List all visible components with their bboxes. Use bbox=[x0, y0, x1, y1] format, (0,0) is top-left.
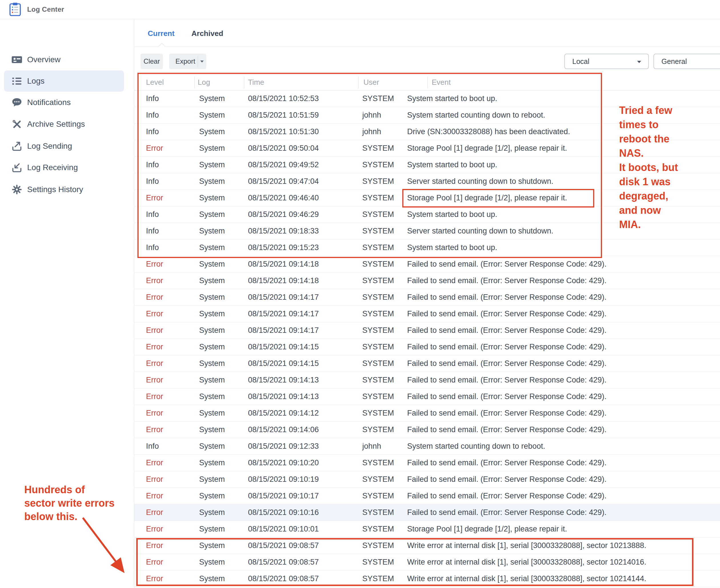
table-row[interactable]: ErrorSystem08/15/2021 09:08:57SYSTEMWrit… bbox=[134, 538, 720, 554]
cell-user: johnh bbox=[362, 124, 381, 140]
cell-time: 08/15/2021 09:14:17 bbox=[248, 289, 319, 306]
cell-level: Info bbox=[146, 90, 159, 107]
column-header-log[interactable]: Log bbox=[198, 74, 210, 90]
cell-level: Error bbox=[146, 322, 163, 338]
cell-event: Write error at internal disk [1], serial… bbox=[407, 538, 646, 554]
cell-level: Error bbox=[146, 571, 163, 587]
table-row[interactable]: ErrorSystem08/15/2021 09:14:06SYSTEMFail… bbox=[134, 422, 720, 438]
cell-event: Failed to send email. (Error: Server Res… bbox=[407, 488, 606, 504]
tab-current[interactable]: Current bbox=[148, 19, 175, 46]
cell-log: System bbox=[199, 455, 225, 471]
cell-event: Failed to send email. (Error: Server Res… bbox=[407, 455, 606, 471]
cell-level: Info bbox=[146, 124, 159, 140]
table-row[interactable]: InfoSystem08/15/2021 10:52:53SYSTEMSyste… bbox=[134, 90, 720, 107]
cell-event: System started to boot up. bbox=[407, 90, 497, 107]
table-row[interactable]: ErrorSystem08/15/2021 09:14:17SYSTEMFail… bbox=[134, 322, 720, 339]
cell-event: Drive (SN:30003328088) has been deactiva… bbox=[407, 124, 570, 140]
table-row[interactable]: ErrorSystem08/15/2021 09:14:17SYSTEMFail… bbox=[134, 289, 720, 306]
cell-log: System bbox=[199, 107, 225, 123]
table-row[interactable]: ErrorSystem08/15/2021 09:14:13SYSTEMFail… bbox=[134, 388, 720, 405]
chevron-down-icon bbox=[637, 61, 641, 63]
sidebar-item-label: Overview bbox=[27, 49, 61, 70]
table-row[interactable]: ErrorSystem08/15/2021 09:14:15SYSTEMFail… bbox=[134, 339, 720, 355]
log-receiving-icon bbox=[12, 163, 22, 173]
sidebar-item-overview[interactable]: Overview bbox=[4, 49, 124, 70]
sidebar-item-log-sending[interactable]: Log Sending bbox=[4, 135, 124, 157]
column-header-time[interactable]: Time bbox=[248, 74, 264, 90]
table-row[interactable]: ErrorSystem08/15/2021 09:10:20SYSTEMFail… bbox=[134, 455, 720, 471]
table-row[interactable]: InfoSystem08/15/2021 10:51:30johnhDrive … bbox=[134, 124, 720, 140]
sidebar-item-archive-settings[interactable]: Archive Settings bbox=[4, 113, 124, 135]
column-divider[interactable] bbox=[244, 77, 244, 88]
table-row[interactable]: InfoSystem08/15/2021 09:46:29SYSTEMSyste… bbox=[134, 206, 720, 223]
sidebar-item-label: Notifications bbox=[27, 92, 71, 113]
table-row[interactable]: ErrorSystem08/15/2021 09:08:57SYSTEMWrit… bbox=[134, 571, 720, 587]
table-row[interactable]: ErrorSystem08/15/2021 09:10:16SYSTEMFail… bbox=[134, 504, 720, 521]
cell-time: 08/15/2021 09:50:04 bbox=[248, 140, 319, 156]
column-divider[interactable] bbox=[427, 77, 428, 88]
column-divider[interactable] bbox=[358, 77, 359, 88]
cell-level: Error bbox=[146, 504, 163, 521]
cell-user: SYSTEM bbox=[362, 571, 394, 587]
cell-user: SYSTEM bbox=[362, 190, 394, 206]
table-row[interactable]: ErrorSystem08/15/2021 09:10:17SYSTEMFail… bbox=[134, 488, 720, 504]
cell-user: SYSTEM bbox=[362, 488, 394, 504]
table-row[interactable]: InfoSystem08/15/2021 09:18:33SYSTEMServe… bbox=[134, 223, 720, 239]
column-header-level[interactable]: Level bbox=[146, 74, 164, 90]
cell-time: 08/15/2021 09:14:17 bbox=[248, 306, 319, 322]
cell-log: System bbox=[199, 306, 225, 322]
cell-time: 08/15/2021 09:10:01 bbox=[248, 521, 319, 537]
table-row[interactable]: ErrorSystem08/15/2021 09:10:19SYSTEMFail… bbox=[134, 471, 720, 488]
cell-event: Server started counting down to shutdown… bbox=[407, 223, 554, 239]
cell-level: Error bbox=[146, 422, 163, 438]
cell-user: SYSTEM bbox=[362, 223, 394, 239]
sidebar-item-notifications[interactable]: Notifications bbox=[4, 92, 124, 113]
table-row[interactable]: ErrorSystem08/15/2021 09:14:12SYSTEMFail… bbox=[134, 405, 720, 422]
cell-log: System bbox=[199, 504, 225, 521]
sidebar-item-settings-history[interactable]: Settings History bbox=[4, 179, 124, 200]
table-row[interactable]: ErrorSystem08/15/2021 09:14:18SYSTEMFail… bbox=[134, 273, 720, 289]
cell-level: Error bbox=[146, 339, 163, 355]
cell-level: Error bbox=[146, 289, 163, 306]
table-row[interactable]: ErrorSystem08/15/2021 09:14:15SYSTEMFail… bbox=[134, 355, 720, 372]
cell-time: 08/15/2021 09:49:52 bbox=[248, 157, 319, 173]
table-row[interactable]: ErrorSystem08/15/2021 09:46:40SYSTEMStor… bbox=[134, 190, 720, 206]
column-header-user[interactable]: User bbox=[363, 74, 379, 90]
table-row[interactable]: InfoSystem08/15/2021 09:12:33johnhSystem… bbox=[134, 438, 720, 455]
cell-user: SYSTEM bbox=[362, 538, 394, 554]
export-dropdown-caret-icon[interactable] bbox=[200, 61, 204, 63]
log-source-dropdown[interactable]: Local bbox=[564, 54, 649, 69]
column-divider[interactable] bbox=[194, 77, 195, 88]
table-row[interactable]: InfoSystem08/15/2021 09:47:04SYSTEMServe… bbox=[134, 173, 720, 190]
cell-event: Failed to send email. (Error: Server Res… bbox=[407, 388, 606, 405]
table-row[interactable]: ErrorSystem08/15/2021 09:14:17SYSTEMFail… bbox=[134, 306, 720, 322]
log-sending-icon bbox=[12, 141, 22, 151]
cell-time: 08/15/2021 09:14:15 bbox=[248, 355, 319, 372]
tab-archived[interactable]: Archived bbox=[192, 19, 223, 46]
log-category-dropdown[interactable]: General bbox=[654, 54, 720, 69]
sidebar-item-logs[interactable]: Logs bbox=[4, 70, 124, 92]
table-row[interactable]: ErrorSystem08/15/2021 09:14:13SYSTEMFail… bbox=[134, 372, 720, 388]
table-row[interactable]: InfoSystem08/15/2021 09:49:52SYSTEMSyste… bbox=[134, 157, 720, 173]
cell-level: Info bbox=[146, 173, 159, 190]
table-row[interactable]: ErrorSystem08/15/2021 09:10:01SYSTEMStor… bbox=[134, 521, 720, 538]
cell-event: Failed to send email. (Error: Server Res… bbox=[407, 339, 606, 355]
clear-button[interactable]: Clear bbox=[141, 54, 163, 69]
cell-event: System started to boot up. bbox=[407, 206, 497, 223]
cell-user: SYSTEM bbox=[362, 422, 394, 438]
column-header-event[interactable]: Event bbox=[432, 74, 451, 90]
table-row[interactable]: InfoSystem08/15/2021 09:15:23SYSTEMSyste… bbox=[134, 239, 720, 256]
cell-log: System bbox=[199, 471, 225, 487]
cell-time: 08/15/2021 09:10:16 bbox=[248, 504, 319, 521]
table-row[interactable]: ErrorSystem08/15/2021 09:08:57SYSTEMWrit… bbox=[134, 554, 720, 571]
table-row[interactable]: InfoSystem08/15/2021 10:51:59johnhSystem… bbox=[134, 107, 720, 124]
sidebar-item-log-receiving[interactable]: Log Receiving bbox=[4, 157, 124, 178]
export-button[interactable]: Export bbox=[169, 54, 206, 69]
table-row[interactable]: ErrorSystem08/15/2021 09:50:04SYSTEMStor… bbox=[134, 140, 720, 157]
cell-time: 08/15/2021 09:15:23 bbox=[248, 239, 319, 256]
table-row[interactable]: ErrorSystem08/15/2021 09:14:18SYSTEMFail… bbox=[134, 256, 720, 273]
cell-user: SYSTEM bbox=[362, 206, 394, 223]
cell-level: Info bbox=[146, 107, 159, 123]
sidebar-item-label: Log Receiving bbox=[27, 157, 78, 178]
cell-log: System bbox=[199, 355, 225, 372]
